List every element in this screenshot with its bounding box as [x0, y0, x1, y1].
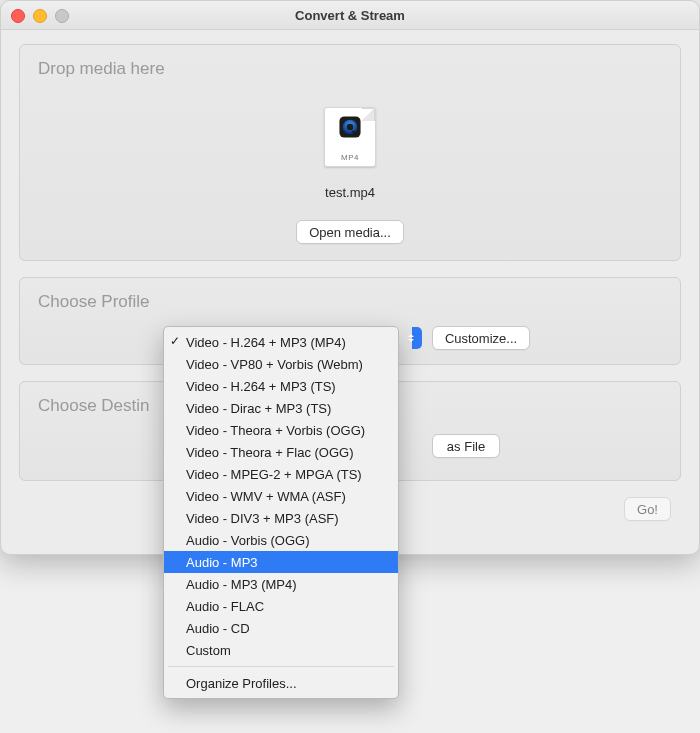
titlebar: Convert & Stream: [1, 1, 699, 30]
zoom-icon[interactable]: [55, 9, 69, 23]
menu-item-label: Audio - CD: [186, 621, 250, 636]
menu-item[interactable]: Audio - FLAC: [164, 595, 398, 617]
menu-item-label: Video - Dirac + MP3 (TS): [186, 401, 331, 416]
menu-item-label: Video - Theora + Vorbis (OGG): [186, 423, 365, 438]
go-button[interactable]: Go!: [624, 497, 671, 521]
menu-separator: [168, 666, 394, 667]
save-as-file-button[interactable]: as File: [432, 434, 500, 458]
menu-item[interactable]: Video - Theora + Vorbis (OGG): [164, 419, 398, 441]
checkmark-icon: ✓: [170, 334, 180, 348]
open-media-button[interactable]: Open media...: [296, 220, 404, 244]
drop-media-heading: Drop media here: [38, 59, 666, 79]
profile-dropdown-menu[interactable]: ✓ Video - H.264 + MP3 (MP4) Video - VP80…: [163, 326, 399, 699]
menu-item-label: Video - DIV3 + MP3 (ASF): [186, 511, 339, 526]
choose-profile-heading: Choose Profile: [38, 292, 666, 312]
menu-item[interactable]: Audio - MP3: [164, 551, 398, 573]
window-title: Convert & Stream: [1, 8, 699, 23]
menu-item-label: Video - H.264 + MP3 (MP4): [186, 335, 346, 350]
profile-select[interactable]: [412, 327, 422, 349]
window-controls: [11, 9, 69, 23]
close-icon[interactable]: [11, 9, 25, 23]
drop-area[interactable]: MP4 test.mp4 Open media...: [34, 89, 666, 244]
menu-item[interactable]: Audio - Vorbis (OGG): [164, 529, 398, 551]
organize-profiles-item[interactable]: Organize Profiles...: [164, 672, 398, 694]
menu-item[interactable]: Video - WMV + WMA (ASF): [164, 485, 398, 507]
file-ext-badge: MP4: [341, 153, 359, 162]
menu-item-label: Audio - MP3 (MP4): [186, 577, 297, 592]
menu-item[interactable]: ✓ Video - H.264 + MP3 (MP4): [164, 331, 398, 353]
quicktime-icon: [337, 114, 363, 140]
menu-item-label: Video - WMV + WMA (ASF): [186, 489, 346, 504]
menu-item-label: Video - VP80 + Vorbis (Webm): [186, 357, 363, 372]
menu-item-label: Audio - Vorbis (OGG): [186, 533, 310, 548]
menu-item-label: Organize Profiles...: [186, 676, 297, 691]
menu-item[interactable]: Video - Dirac + MP3 (TS): [164, 397, 398, 419]
updown-chevrons-icon: [408, 334, 414, 342]
media-file-tile[interactable]: MP4: [324, 107, 376, 167]
media-filename: test.mp4: [325, 185, 375, 200]
drop-media-section: Drop media here: [19, 44, 681, 261]
menu-item[interactable]: Custom: [164, 639, 398, 661]
menu-item-label: Custom: [186, 643, 231, 658]
menu-item-label: Video - H.264 + MP3 (TS): [186, 379, 336, 394]
svg-point-2: [347, 124, 354, 131]
customize-button[interactable]: Customize...: [432, 326, 530, 350]
menu-item[interactable]: Video - MPEG-2 + MPGA (TS): [164, 463, 398, 485]
menu-item[interactable]: Audio - CD: [164, 617, 398, 639]
menu-item[interactable]: Video - Theora + Flac (OGG): [164, 441, 398, 463]
menu-item[interactable]: Audio - MP3 (MP4): [164, 573, 398, 595]
menu-item-label: Video - Theora + Flac (OGG): [186, 445, 354, 460]
menu-item[interactable]: Video - VP80 + Vorbis (Webm): [164, 353, 398, 375]
minimize-icon[interactable]: [33, 9, 47, 23]
menu-item-label: Video - MPEG-2 + MPGA (TS): [186, 467, 362, 482]
menu-item-label: Audio - FLAC: [186, 599, 264, 614]
menu-item[interactable]: Video - DIV3 + MP3 (ASF): [164, 507, 398, 529]
menu-item[interactable]: Video - H.264 + MP3 (TS): [164, 375, 398, 397]
menu-item-label: Audio - MP3: [186, 555, 258, 570]
